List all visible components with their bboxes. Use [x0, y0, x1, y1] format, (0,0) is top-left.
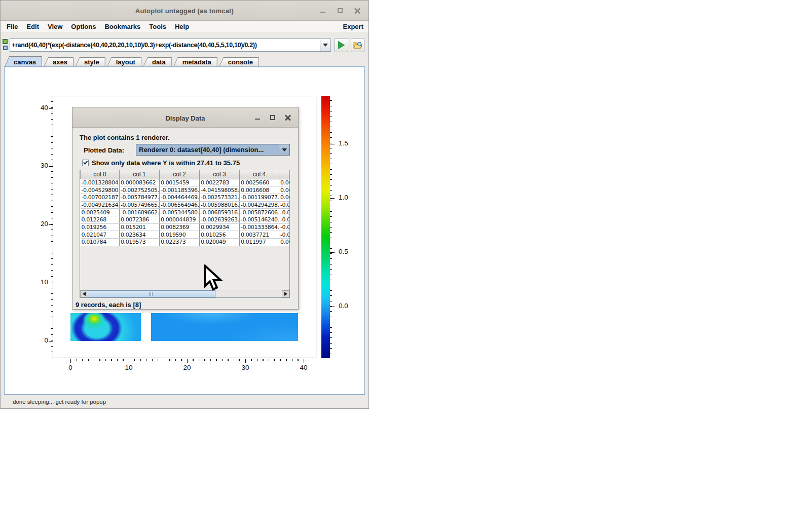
colorbar-major-tick [330, 144, 335, 144]
table-cell: -4.041598058... [200, 186, 240, 194]
table-cell: 0.0025409 [81, 209, 120, 216]
tab-data[interactable]: data [143, 57, 172, 67]
table-cell: -0.005872606... [240, 209, 279, 216]
table-row[interactable]: 0.0025409-0.001689662...-0.005344580...-… [81, 209, 290, 216]
table-cell: 0.00 [279, 186, 290, 194]
colorbar-tick-label: 1.0 [339, 194, 348, 201]
x-major-tick [187, 359, 188, 363]
table-row[interactable]: 0.0122680.00723860.000044839-0.002639263… [81, 216, 290, 223]
table-row[interactable]: 0.0210470.0236340.0195900.0102560.003772… [81, 231, 290, 239]
tab-metadata[interactable]: metadata [173, 57, 217, 67]
table-row[interactable]: -0.007002187...-0.005784977...-0.0044644… [81, 194, 290, 201]
table-row[interactable]: -0.004529800...-0.002752505...-0.0011853… [81, 186, 290, 194]
dialog-titlebar[interactable]: Display Data [72, 107, 298, 128]
x-tick-label: 30 [235, 364, 255, 371]
table-cell: -0.0 [279, 209, 290, 216]
colorbar-tick-label: 0.5 [339, 248, 348, 255]
y-tick-label: 30 [31, 162, 48, 169]
colorbar-minor-ticks [330, 96, 332, 358]
tab-label: style [84, 58, 99, 66]
menu-expert[interactable]: Expert [343, 23, 363, 30]
scrollbar-grip-icon [149, 292, 153, 296]
menu-help[interactable]: Help [175, 23, 189, 30]
display-data-dialog: Display Data The plot contains 1 rendere… [72, 107, 299, 310]
table-cell: 0.011997 [240, 239, 279, 246]
y-tick-label: 40 [31, 104, 48, 111]
filter-y-checkbox[interactable] [82, 160, 89, 166]
menu-edit[interactable]: Edit [26, 23, 39, 30]
scrollbar-thumb[interactable] [87, 290, 215, 297]
table-cell: -0.0 [279, 231, 290, 239]
mouse-cursor-icon [203, 264, 223, 293]
column-header[interactable]: col 3 [200, 170, 240, 179]
minimize-icon[interactable] [320, 8, 326, 14]
tab-layout[interactable]: layout [107, 57, 141, 67]
table-cell: -0.002573321... [200, 194, 240, 201]
x-major-tick [70, 359, 71, 363]
column-header[interactable]: col 0 [81, 170, 120, 179]
colorbar-major-tick [330, 198, 335, 199]
dialog-minimize-icon[interactable] [254, 115, 261, 121]
table-cell: -0.006859316... [200, 209, 240, 216]
checkmark-icon [83, 160, 88, 164]
scroll-right-button[interactable] [282, 290, 289, 297]
colorbar [321, 96, 330, 358]
menu-bookmarks[interactable]: Bookmarks [104, 23, 140, 30]
y-major-tick [49, 341, 53, 341]
table-cell: 0.020049 [200, 239, 240, 246]
menu-options[interactable]: Options [71, 23, 96, 30]
horizontal-scrollbar[interactable] [80, 290, 289, 297]
table-cell: 0.0082369 [160, 223, 200, 231]
arrow-left-icon [83, 292, 86, 296]
y-tick-label: 20 [31, 220, 48, 227]
tab-label: layout [116, 58, 135, 66]
tab-console[interactable]: console [219, 57, 259, 67]
table-row[interactable]: 0.0107840.0195730.0223730.0200490.011997… [81, 239, 290, 246]
column-header[interactable]: col 4 [240, 170, 279, 179]
table-cell: -0.002752505... [120, 186, 160, 194]
table-cell: 0.019256 [81, 223, 120, 231]
heatmap-visible-right-strip [151, 313, 298, 341]
plotted-data-dropdown-button[interactable] [279, 144, 289, 155]
go-button[interactable] [335, 38, 348, 52]
table-row[interactable]: -0.004921634...-0.005749665...-0.0065649… [81, 201, 290, 209]
table-cell: 0.0015459 [160, 179, 200, 186]
y-axis-minor-ticks [51, 96, 53, 359]
column-header[interactable] [279, 170, 290, 179]
uri-input[interactable]: +rand(40,40)*(exp(-distance(40,40,20,20,… [10, 39, 320, 52]
table-cell: 0.021047 [81, 231, 120, 239]
window-title: Autoplot untagged (as tomcat) [1, 7, 368, 15]
dialog-close-icon[interactable] [285, 115, 291, 121]
table-cell: -0.005988016... [200, 201, 240, 209]
table-cell: -0.006564946... [160, 201, 200, 209]
tab-style[interactable]: style [75, 57, 105, 67]
close-icon[interactable] [354, 8, 360, 14]
table-cell: -0.001328804... [81, 179, 120, 186]
menu-file[interactable]: File [7, 23, 18, 30]
open-folder-search-icon [353, 41, 362, 49]
inspect-uri-button[interactable] [351, 38, 364, 52]
titlebar[interactable]: Autoplot untagged (as tomcat) [1, 1, 368, 21]
tab-canvas[interactable]: canvas [5, 56, 42, 67]
table-cell: 0.0025660 [240, 179, 279, 186]
colorbar-tick-label: 1.5 [339, 139, 348, 147]
plotted-data-select[interactable]: Renderer 0: dataset[40,40] (dimension... [136, 144, 290, 156]
column-header[interactable]: col 1 [120, 170, 160, 179]
y-major-tick [49, 283, 53, 283]
status-bar: done sleeping... get ready for popup [1, 395, 368, 408]
maximize-icon[interactable] [337, 8, 343, 14]
tab-axes[interactable]: axes [44, 57, 73, 67]
datasource-status-green-icon [3, 39, 8, 44]
table-row[interactable]: 0.0192560.0152010.00823690.0029934-0.001… [81, 223, 290, 231]
arrow-right-icon [284, 292, 287, 296]
column-header[interactable]: col 2 [160, 170, 200, 179]
table-cell: 0.0037721 [240, 231, 279, 239]
tab-bar: canvasaxesstylelayoutdatametadataconsole [1, 56, 368, 67]
uri-dropdown-button[interactable] [320, 39, 331, 52]
table-cell: -0.004464469... [160, 194, 200, 201]
table-row[interactable]: -0.001328804...0.0000836620.00154590.002… [81, 179, 290, 186]
menu-tools[interactable]: Tools [149, 23, 166, 30]
menu-view[interactable]: View [48, 23, 62, 30]
tab-label: canvas [14, 58, 36, 66]
dialog-maximize-icon[interactable] [270, 115, 276, 121]
